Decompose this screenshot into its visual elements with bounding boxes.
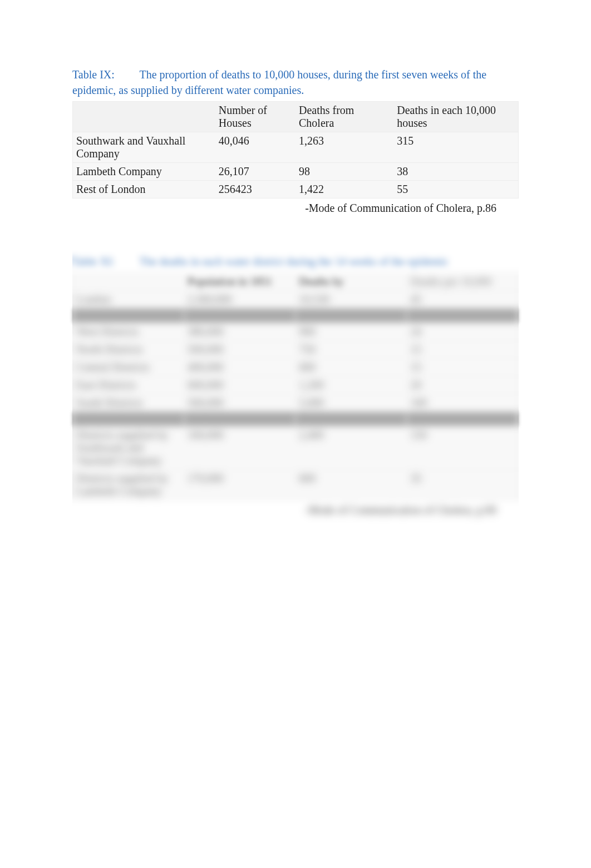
table-ix-citation: -Mode of Communication of Cholera, p.86	[72, 199, 519, 215]
table-xi-caption-text: The deaths in each water district during…	[139, 255, 448, 267]
table-ix: Number of Houses Deaths from Cholera Dea…	[72, 101, 519, 199]
table-row: Southwark and Vauxhall Company 40,046 1,…	[73, 132, 519, 163]
cell: Southwark and Vauxhall Company	[73, 132, 215, 163]
table-ix-number: Table IX:	[72, 68, 137, 81]
table-row: West Districts380,00090024	[73, 323, 519, 341]
table-row: Central Districts400,00060015	[73, 359, 519, 376]
table-row: North Districts500,00075015	[73, 341, 519, 359]
table-row: Lambeth Company 26,107 98 38	[73, 163, 519, 181]
table-row: South Districts500,0005,000100	[73, 394, 519, 412]
table-xi-block: Table XI: The deaths in each water distr…	[72, 254, 519, 517]
table-xi-caption: Table XI: The deaths in each water distr…	[72, 254, 519, 269]
col-header: Deaths in each 10,000 houses	[393, 102, 518, 132]
table-row: Districts supplied by Lambeth Company170…	[73, 470, 519, 500]
cell: 315	[393, 132, 518, 163]
cell: 55	[393, 181, 518, 199]
table-row: Districts supplied by Southwark and Vaux…	[73, 426, 519, 470]
table-row	[73, 412, 519, 426]
table-row: Population in 1851 Deaths by Deaths per …	[73, 273, 519, 291]
table-row	[73, 309, 519, 323]
cell: 40,046	[215, 132, 296, 163]
col-header	[73, 273, 184, 291]
cell: 38	[393, 163, 518, 181]
col-header: Deaths by	[296, 273, 407, 291]
table-xi-citation: -Mode of Communication of Cholera, p.90	[72, 500, 519, 517]
cell: 1,263	[296, 132, 393, 163]
table-ix-caption: Table IX: The proportion of deaths to 10…	[72, 67, 519, 98]
col-header-obscured: Deaths per 10,000	[407, 273, 518, 291]
col-header: Deaths from Cholera	[296, 102, 393, 132]
cell: 26,107	[215, 163, 296, 181]
table-ix-block: Table IX: The proportion of deaths to 10…	[72, 67, 519, 215]
table-row: Rest of London 256423 1,422 55	[73, 181, 519, 199]
table-row: Number of Houses Deaths from Cholera Dea…	[73, 102, 519, 132]
cell: Lambeth Company	[73, 163, 215, 181]
table-row: East Districts600,0001,20020	[73, 376, 519, 394]
table-xi: Population in 1851 Deaths by Deaths per …	[72, 272, 519, 500]
col-header: Population in 1851	[184, 273, 296, 291]
table-row: London2,360,00010,53045	[73, 291, 519, 309]
col-header: Number of Houses	[215, 102, 296, 132]
cell: 1,422	[296, 181, 393, 199]
col-header	[73, 102, 215, 132]
cell: 256423	[215, 181, 296, 199]
table-xi-number: Table XI:	[72, 255, 137, 267]
cell: Rest of London	[73, 181, 215, 199]
cell: 98	[296, 163, 393, 181]
